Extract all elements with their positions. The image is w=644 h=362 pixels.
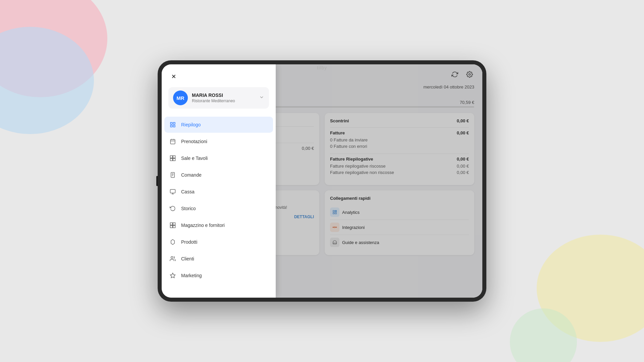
sidebar-item-prenotazioni[interactable]: Prenotazioni <box>164 133 273 149</box>
sidebar-item-cassa[interactable]: Cassa <box>164 184 273 200</box>
comande-label: Comande <box>181 172 202 178</box>
svg-rect-21 <box>170 125 172 127</box>
drawer-close-button[interactable] <box>168 71 179 82</box>
svg-marker-44 <box>170 273 175 278</box>
svg-rect-19 <box>170 122 172 124</box>
sale-tavoli-label: Sale e Tavoli <box>181 156 208 161</box>
side-drawer: MR MARIA ROSSI Ristorante Mediterraneo <box>162 64 276 298</box>
storico-label: Storico <box>181 206 196 211</box>
clienti-icon <box>169 255 176 262</box>
magazzino-label: Magazzino e fornitori <box>181 223 225 228</box>
sidebar-item-prodotti[interactable]: Prodotti <box>164 234 273 250</box>
user-restaurant: Ristorante Mediterraneo <box>192 99 255 103</box>
svg-rect-23 <box>170 139 175 144</box>
user-profile[interactable]: MR MARIA ROSSI Ristorante Mediterraneo <box>168 87 269 109</box>
avatar: MR <box>173 90 188 105</box>
sidebar-item-clienti[interactable]: Clienti <box>164 251 273 267</box>
svg-rect-22 <box>173 125 175 127</box>
sale-tavoli-icon <box>169 155 176 162</box>
sidebar-item-comande[interactable]: Comande <box>164 167 273 183</box>
riepilogo-icon <box>169 121 176 128</box>
svg-point-43 <box>171 256 173 258</box>
prenotazioni-label: Prenotazioni <box>181 139 207 144</box>
svg-rect-28 <box>173 156 175 158</box>
prenotazioni-icon <box>169 138 176 145</box>
cassa-label: Cassa <box>181 189 195 194</box>
clienti-label: Clienti <box>181 256 194 261</box>
prodotti-icon <box>169 238 176 246</box>
marketing-icon <box>169 272 176 279</box>
svg-rect-27 <box>170 156 173 158</box>
magazzino-icon <box>169 222 176 229</box>
drawer-menu: Riepilogo Prenotazioni <box>162 117 276 291</box>
tablet-frame: tilby <box>158 60 486 302</box>
sidebar-item-magazzino[interactable]: Magazzino e fornitori <box>164 217 273 233</box>
comande-icon <box>169 171 176 179</box>
chevron-down-icon <box>259 95 264 101</box>
svg-rect-29 <box>170 159 173 161</box>
svg-rect-30 <box>173 159 175 161</box>
sidebar-item-riepilogo[interactable]: Riepilogo <box>164 117 273 133</box>
prodotti-label: Prodotti <box>181 239 197 245</box>
cassa-icon <box>169 188 176 195</box>
side-button <box>156 176 158 186</box>
storico-icon <box>169 205 176 212</box>
user-name: MARIA ROSSI <box>192 93 255 98</box>
svg-marker-42 <box>171 240 175 245</box>
tablet-screen: mercoledì 04 ottobre 2023 Obiettivo gior… <box>162 64 482 298</box>
svg-rect-35 <box>170 189 175 193</box>
sidebar-item-sale-tavoli[interactable]: Sale e Tavoli <box>164 150 273 166</box>
marketing-label: Marketing <box>181 273 202 278</box>
sidebar-item-marketing[interactable]: Marketing <box>164 267 273 284</box>
svg-rect-39 <box>173 223 175 225</box>
user-info: MARIA ROSSI Ristorante Mediterraneo <box>192 93 255 103</box>
sidebar-item-storico[interactable]: Storico <box>164 200 273 217</box>
riepilogo-label: Riepilogo <box>181 122 201 127</box>
svg-rect-38 <box>170 223 173 225</box>
svg-rect-41 <box>173 226 175 228</box>
svg-rect-40 <box>170 226 173 228</box>
svg-rect-20 <box>173 122 175 124</box>
